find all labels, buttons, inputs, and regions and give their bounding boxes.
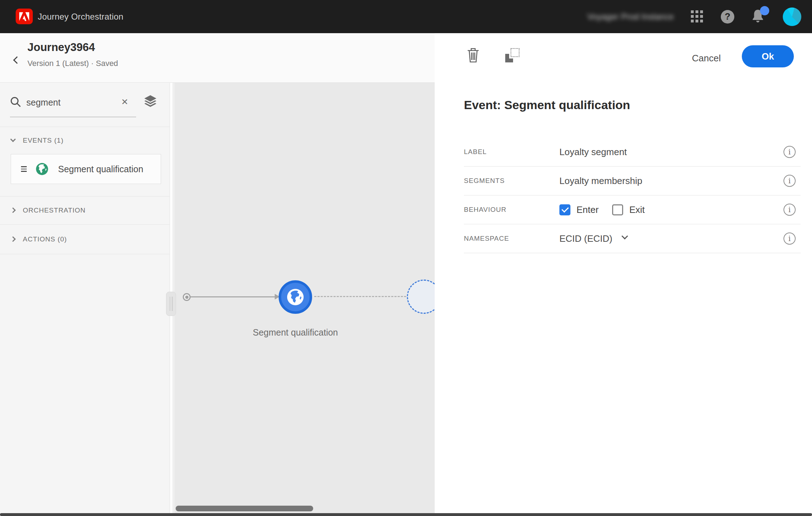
inspector-heading: Event: Segment qualification (464, 98, 630, 112)
segments-value[interactable]: Loyalty membership (559, 175, 642, 187)
canvas-node-segment-qualification[interactable] (279, 280, 312, 314)
dashed-connector-line (314, 296, 406, 297)
sidebar-section-actions[interactable]: ACTIONS (0) (0, 224, 170, 254)
event-inspector-panel: Cancel Ok Event: Segment qualification L… (435, 33, 812, 516)
clear-search-icon[interactable]: ✕ (118, 96, 131, 108)
info-icon[interactable]: i (783, 175, 796, 187)
journey-start-node (183, 293, 191, 301)
enter-checkbox[interactable] (559, 204, 570, 215)
chevron-right-icon (10, 236, 16, 242)
search-underline (10, 117, 136, 117)
window-bottom-scrollbar[interactable] (0, 513, 812, 516)
exit-checkbox[interactable] (612, 204, 623, 215)
field-label: LABEL (464, 148, 559, 156)
field-row-label: LABEL Loyalty segment i (464, 138, 801, 167)
drop-placeholder-node[interactable] (407, 280, 435, 314)
notification-badge (760, 6, 769, 15)
inspector-fields: LABEL Loyalty segment i SEGMENTS Loyalty… (464, 138, 801, 253)
field-row-behaviour: BEHAVIOUR Enter Exit i (464, 195, 801, 224)
ok-button[interactable]: Ok (742, 45, 794, 67)
globe-icon (286, 288, 305, 306)
field-label: NAMESPACE (464, 235, 559, 242)
palette-sidebar: ✕ EVENTS (1) Segment qualification ORCHE… (0, 83, 170, 516)
label-value[interactable]: Loyalty segment (559, 147, 627, 158)
drag-handle-icon[interactable] (21, 166, 27, 172)
search-input[interactable] (26, 95, 115, 110)
cancel-button[interactable]: Cancel (684, 47, 729, 69)
info-icon[interactable]: i (783, 204, 796, 216)
duplicate-icon-outline (511, 48, 519, 57)
layers-filter-icon[interactable] (143, 94, 158, 110)
duplicate-icon-corner (505, 58, 513, 62)
journey-version-status: Version 1 (Latest) · Saved (27, 59, 118, 68)
palette-item-label: Segment qualification (58, 164, 143, 174)
sidebar-resize-handle[interactable] (166, 292, 176, 316)
back-button[interactable] (11, 54, 23, 66)
duplicate-icon[interactable] (505, 48, 519, 62)
adobe-logo-icon (16, 9, 33, 24)
globe-icon (35, 162, 49, 176)
sidebar-section-events[interactable]: EVENTS (1) (0, 127, 170, 154)
chevron-down-icon (10, 137, 16, 142)
app-title: Journey Orchestration (38, 0, 123, 33)
namespace-value[interactable]: ECID (ECID) (559, 233, 612, 244)
enter-checkbox-label[interactable]: Enter (576, 204, 599, 215)
search-row: ✕ (0, 83, 170, 127)
info-icon[interactable]: i (783, 146, 796, 158)
field-label: SEGMENTS (464, 177, 559, 185)
avatar[interactable] (783, 7, 801, 26)
canvas-node-label: Segment qualification (242, 327, 349, 338)
journey-header: Journey3964 Version 1 (Latest) · Saved (0, 33, 435, 83)
section-label: EVENTS (1) (23, 137, 64, 144)
help-icon[interactable]: ? (721, 10, 734, 24)
field-label: BEHAVIOUR (464, 206, 559, 214)
info-icon[interactable]: i (783, 233, 796, 245)
journey-canvas[interactable]: Segment qualification (172, 83, 435, 516)
chevron-down-icon[interactable] (621, 233, 628, 239)
notifications-icon[interactable] (751, 9, 766, 25)
topbar-actions: Voyager Prod Instance ? (587, 0, 801, 33)
palette-item-segment-qualification[interactable]: Segment qualification (11, 154, 161, 184)
delete-icon[interactable] (466, 47, 480, 63)
section-label: ORCHESTRATION (23, 206, 86, 214)
field-row-segments: SEGMENTS Loyalty membership i (464, 167, 801, 195)
field-row-namespace: NAMESPACE ECID (ECID) i (464, 224, 801, 253)
journey-orchestration-app: Journey Orchestration Voyager Prod Insta… (0, 0, 812, 516)
app-switcher-icon[interactable] (691, 10, 704, 23)
chevron-left-icon (13, 56, 20, 63)
section-label: ACTIONS (0) (23, 235, 67, 243)
horizontal-scrollbar[interactable] (176, 506, 313, 511)
chevron-right-icon (10, 208, 16, 213)
exit-checkbox-label[interactable]: Exit (629, 204, 645, 215)
sidebar-section-orchestration[interactable]: ORCHESTRATION (0, 196, 170, 224)
connector-line (191, 296, 276, 297)
divider (0, 254, 170, 254)
instance-name[interactable]: Voyager Prod Instance (587, 12, 674, 22)
inspector-toolbar: Cancel Ok (435, 33, 812, 80)
topbar: Journey Orchestration Voyager Prod Insta… (0, 0, 812, 33)
journey-title: Journey3964 (27, 41, 95, 54)
search-icon (10, 96, 21, 108)
